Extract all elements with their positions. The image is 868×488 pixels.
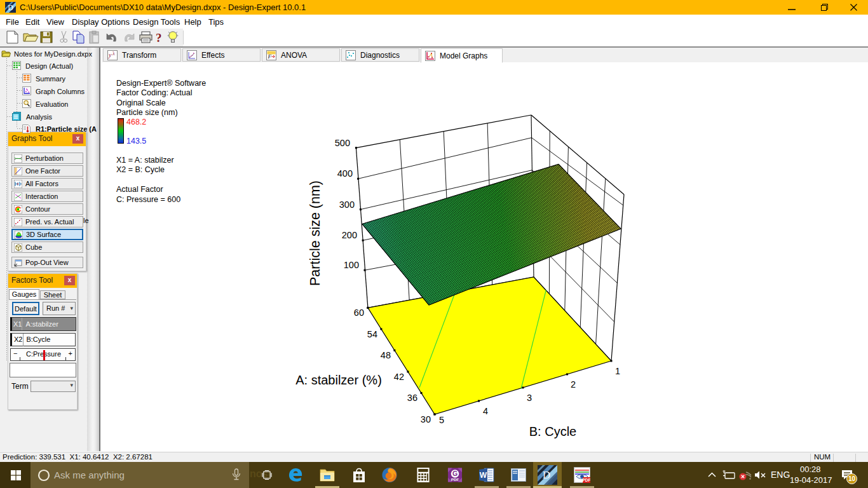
- svg-text:2: 2: [571, 379, 576, 390]
- svg-text:300: 300: [339, 200, 355, 210]
- svg-text:y: y: [108, 51, 112, 58]
- svg-text:200: 200: [342, 230, 357, 240]
- svg-text:30: 30: [421, 414, 431, 424]
- svg-text:54: 54: [367, 329, 377, 339]
- svg-text:4: 4: [483, 406, 488, 416]
- svg-text:W: W: [480, 471, 487, 480]
- svg-text:λ: λ: [112, 51, 115, 57]
- svg-text:B: Cycle: B: Cycle: [529, 424, 576, 438]
- svg-text:48: 48: [381, 350, 391, 360]
- svg-text:G: G: [452, 470, 458, 477]
- svg-text:60: 60: [354, 308, 364, 318]
- svg-text:36: 36: [407, 393, 417, 403]
- svg-text:?: ?: [156, 31, 162, 44]
- svg-text:400: 400: [337, 168, 353, 179]
- svg-text:3: 3: [527, 393, 532, 403]
- svg-text:100: 100: [344, 260, 359, 270]
- svg-text:PDF: PDF: [583, 478, 591, 482]
- svg-text:42: 42: [394, 372, 404, 382]
- svg-text:Particle size (nm): Particle size (nm): [308, 180, 323, 286]
- svg-text:D: D: [8, 3, 13, 12]
- svg-text:5: 5: [439, 415, 444, 425]
- svg-text:1: 1: [615, 366, 620, 376]
- svg-text:A: stabilzer (%): A: stabilzer (%): [295, 373, 382, 387]
- svg-text:D: D: [543, 469, 550, 481]
- svg-text:500: 500: [335, 138, 350, 148]
- svg-text:PDF: PDF: [451, 477, 459, 482]
- svg-text:F: F: [268, 53, 272, 59]
